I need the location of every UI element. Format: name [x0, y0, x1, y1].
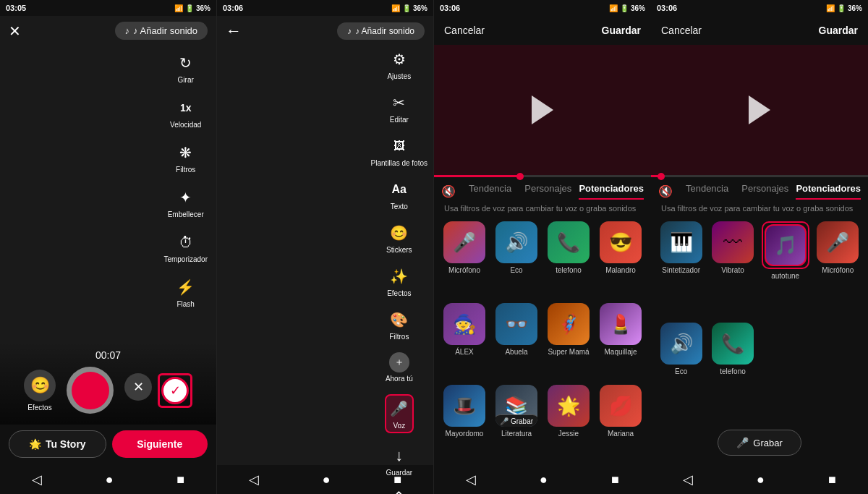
cancel-clip-button[interactable]: ✕	[124, 373, 152, 401]
timer-icon: ⏱	[175, 231, 197, 253]
nav-back-4[interactable]: ◁	[683, 472, 693, 487]
recording-bottom: 00:07 😊 Efectos ✕ ✓	[0, 342, 216, 425]
tu-story-button[interactable]: 🌟 Tu Story	[9, 430, 106, 458]
filter-telefono-4[interactable]: 📞 telefono	[710, 323, 755, 412]
filter-microfono-3[interactable]: 🎤 Micrófono	[441, 221, 488, 297]
back-button-2[interactable]: ←	[226, 22, 242, 41]
voice-icon: 🎤	[388, 398, 410, 420]
grabar-mic-icon-4: 🎤	[736, 437, 749, 448]
guardar-button-3[interactable]: Guardar	[602, 25, 641, 36]
toolbar-filtros[interactable]: ❋ Filtros	[175, 142, 197, 174]
siguiente-button[interactable]: Siguiente	[112, 430, 208, 458]
tab-personajes-4[interactable]: Personajes	[738, 183, 792, 200]
guardar-button-4[interactable]: Guardar	[819, 25, 858, 36]
filter-maquillaje-3[interactable]: 💄 Maquillaje	[597, 303, 644, 379]
nav-home-1[interactable]: ●	[106, 472, 114, 487]
filter-abuela-3[interactable]: 👓 Abuela	[493, 303, 540, 379]
nav-home-3[interactable]: ●	[540, 472, 548, 487]
filter-microfono-4[interactable]: 🎤 Micrófono	[815, 221, 861, 317]
filter-thumb-telefono-4: 📞	[712, 323, 754, 365]
autotune-highlight: 🎵	[762, 221, 809, 269]
edit-icon: ✂	[388, 92, 410, 114]
save-icon: ↓	[388, 445, 410, 467]
toolbar-filtros-2[interactable]: 🎨 Filtros	[388, 309, 410, 341]
text-icon: Aa	[388, 179, 410, 200]
filter-name-alex-3: ÁLEX	[455, 348, 474, 356]
filter-sintetizador-4[interactable]: 🎹 Sintetizador	[658, 221, 704, 317]
filtros-icon-2: 🎨	[388, 309, 410, 331]
toolbar-embellecer[interactable]: ✦ Embellecer	[168, 187, 204, 218]
add-sound-pill[interactable]: ♪ ♪ Añadir sonido	[115, 22, 208, 40]
mute-icon-3[interactable]: 🔇	[441, 184, 456, 198]
tab-potenciadores-4[interactable]: Potenciadores	[796, 183, 861, 200]
time-4: 03:06	[657, 4, 677, 12]
add-sound-button-2[interactable]: ♪ ♪ Añadir sonido	[337, 22, 425, 40]
filter-malandro-3[interactable]: 😎 Malandro	[597, 221, 644, 297]
filter-mariana-3[interactable]: 💋 Mariana	[597, 385, 644, 461]
toolbar-embellecer-label: Embellecer	[168, 210, 204, 218]
filter-eco-3[interactable]: 🔊 Eco	[493, 221, 540, 297]
toolbar-velocidad[interactable]: 1x Velocidad	[170, 97, 201, 129]
nav-back-3[interactable]: ◁	[466, 472, 476, 487]
filter-thumb-telefono-3: 📞	[548, 221, 590, 263]
progress-dot-4[interactable]	[658, 173, 665, 180]
toolbar-filtros-label: Filtros	[176, 166, 195, 174]
filter-vibrato-4[interactable]: 〰 Vibrato	[710, 221, 755, 317]
confirm-clip-button[interactable]: ✓	[161, 377, 189, 404]
filter-eco-4[interactable]: 🔊 Eco	[658, 323, 704, 412]
close-button[interactable]: ✕	[9, 22, 21, 40]
tab-personajes-3[interactable]: Personajes	[521, 183, 575, 200]
nav-home-4[interactable]: ●	[757, 472, 765, 487]
panel-edit: 03:06 📶 🔋 36% ← ♪ ♪ Añadir sonido ⚙ Ajus…	[217, 0, 434, 494]
toolbar-ajustes[interactable]: ⚙ Ajustes	[387, 48, 411, 80]
flash-icon: ⚡	[175, 276, 197, 298]
filter-mayordomo-3[interactable]: 🎩 Mayordomo	[441, 385, 488, 461]
nav-recent-3[interactable]: ■	[611, 472, 619, 487]
filter-literatura-3[interactable]: 📚 🎤 Grabar Literatura	[493, 385, 540, 461]
progress-dot-3[interactable]	[516, 173, 524, 180]
toolbar-velocidad-label: Velocidad	[170, 121, 201, 129]
confirm-clip-wrapper: ✓	[158, 373, 192, 408]
cancel-button-3[interactable]: Cancelar	[444, 25, 485, 36]
grabar-button-4[interactable]: 🎤 Grabar	[718, 430, 801, 456]
filter-header-3: Cancelar Guardar	[434, 16, 651, 45]
filter-name-telefono-4: telefono	[720, 367, 746, 375]
toolbar-flash[interactable]: ⚡ Flash	[175, 276, 197, 308]
filter-name-maquillaje-3: Maquillaje	[604, 348, 637, 356]
nav-recent-4[interactable]: ■	[828, 472, 836, 487]
cancel-button-4[interactable]: Cancelar	[661, 25, 702, 36]
effects-item[interactable]: 😊 Efectos	[24, 370, 56, 412]
chevron-up-icon[interactable]: ⌃	[393, 488, 405, 494]
filter-autotune-4[interactable]: 🎵 autotune	[762, 221, 809, 317]
toolbar-voz[interactable]: 🎤 Voz	[385, 394, 414, 433]
toolbar-editar[interactable]: ✂ Editar	[388, 92, 410, 124]
play-button-4[interactable]	[749, 95, 770, 124]
filter-name-vibrato-4: Vibrato	[721, 266, 744, 274]
toolbar-efectos[interactable]: ✨ Efectos	[387, 265, 411, 297]
filter-alex-3[interactable]: 🧙 ÁLEX	[441, 303, 488, 379]
toolbar-plantillas[interactable]: 🖼 Plantillas de fotos	[371, 135, 427, 167]
nav-recent-1[interactable]: ■	[176, 472, 184, 487]
filter-thumb-autotune-4: 🎵	[765, 224, 807, 266]
toolbar-temporizador[interactable]: ⏱ Temporizador	[163, 231, 208, 263]
filter-thumb-mariana-3: 💋	[600, 385, 642, 427]
toolbar-guardar[interactable]: ↓ Guardar	[386, 445, 412, 477]
tab-tendencia-3[interactable]: Tendencia	[463, 183, 517, 200]
toolbar-ahora-tu[interactable]: ＋ Ahora tú	[386, 352, 413, 383]
recording-area: ✕ ♪ ♪ Añadir sonido ↻ Girar 1x Velocidad…	[0, 16, 216, 425]
filter-thumb-abuela-3: 👓	[495, 303, 537, 345]
tab-tendencia-4[interactable]: Tendencia	[680, 183, 734, 200]
mute-icon-4[interactable]: 🔇	[658, 184, 673, 198]
toolbar-stickers[interactable]: 😊 Stickers	[386, 222, 412, 254]
filter-supermama-3[interactable]: 🦸 Super Mamá	[545, 303, 592, 379]
filter-jessie-3[interactable]: 🌟 Jessie	[545, 385, 592, 461]
toolbar-girar[interactable]: ↻ Girar	[175, 52, 197, 84]
toolbar-texto[interactable]: Aa Texto	[388, 179, 410, 210]
record-button[interactable]	[67, 367, 114, 414]
nav-back-2[interactable]: ◁	[249, 472, 259, 487]
nav-back-1[interactable]: ◁	[32, 472, 42, 487]
play-button-3[interactable]	[532, 95, 553, 124]
filter-telefono-3[interactable]: 📞 telefono	[545, 221, 592, 297]
tab-potenciadores-3[interactable]: Potenciadores	[579, 183, 644, 200]
nav-home-2[interactable]: ●	[323, 472, 331, 487]
